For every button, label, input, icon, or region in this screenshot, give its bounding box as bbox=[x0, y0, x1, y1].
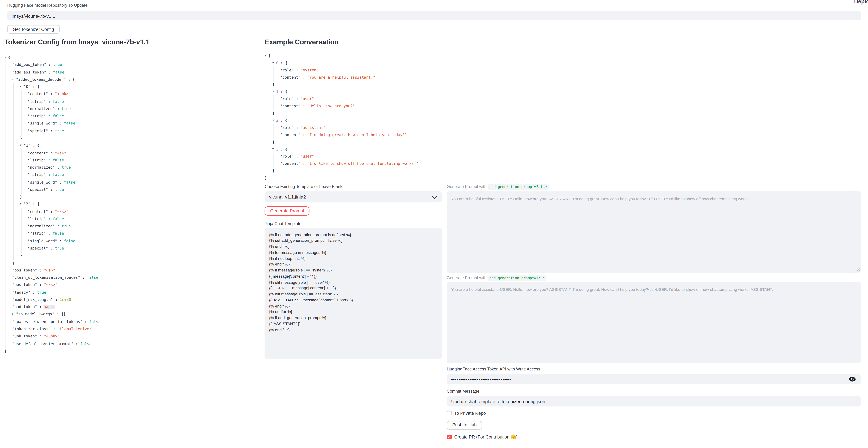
tree-token: "role" bbox=[280, 68, 294, 72]
tree-token: "rstrip" bbox=[28, 173, 46, 177]
tree-row: "content" : "I'd like to show off how ch… bbox=[280, 161, 418, 168]
tree-token: "user" bbox=[301, 154, 314, 159]
tree-token: "unk_token" bbox=[12, 334, 37, 339]
deploy-link[interactable]: Deploy bbox=[854, 0, 868, 4]
jinja-template-label: Jinja Chat Template bbox=[265, 221, 302, 226]
tree-token: : bbox=[82, 319, 89, 324]
eye-icon[interactable] bbox=[849, 376, 856, 381]
template-select[interactable]: vicuna_v1.1.jinja2 bbox=[265, 191, 442, 202]
tree-guide bbox=[5, 61, 6, 348]
resize-handle[interactable] bbox=[856, 359, 860, 363]
get-tokenizer-config-button[interactable]: Get Tokenizer Config bbox=[7, 25, 60, 34]
tree-row: "normalized" : true bbox=[28, 106, 71, 113]
tree-token: false bbox=[64, 180, 75, 184]
expander-open-icon[interactable]: ▼ bbox=[12, 77, 14, 82]
tree-token: { bbox=[8, 56, 10, 60]
tree-token: : bbox=[66, 77, 73, 82]
tree-token: "lstrip" bbox=[28, 99, 46, 104]
tree-token: : bbox=[46, 158, 53, 163]
tree-guide bbox=[273, 66, 274, 82]
tree-token: true bbox=[55, 246, 64, 250]
repo-input-value: lmsys/vicuna-7b-v1.1 bbox=[7, 11, 861, 21]
check-icon: ✓ bbox=[447, 435, 451, 439]
tree-token: "role" bbox=[280, 97, 294, 101]
tree-token: : bbox=[48, 246, 55, 250]
repo-label: Hugging Face Model Repository To Update bbox=[7, 2, 88, 7]
private-repo-checkbox[interactable] bbox=[447, 411, 452, 415]
expander-open-icon[interactable]: ▼ bbox=[273, 118, 274, 123]
tree-token: : bbox=[37, 283, 44, 287]
tokenizer-config-tree: ▼{"add_bos_token" : true"add_eos_token" … bbox=[0, 55, 260, 356]
tree-token: : bbox=[30, 290, 37, 295]
tree-token: "add_bos_token" bbox=[12, 63, 46, 67]
expander-open-icon[interactable]: ▼ bbox=[4, 55, 6, 60]
tree-token: } bbox=[20, 253, 22, 258]
private-repo-row: To Private Repo bbox=[447, 411, 486, 415]
tree-token: false bbox=[64, 121, 75, 126]
tree-token: { bbox=[285, 118, 287, 123]
tree-row: "tokenizer_class" : "LlamaTokenizer" bbox=[12, 326, 94, 334]
expander-collapsed-icon[interactable]: ▶ bbox=[12, 312, 14, 317]
tree-token: true bbox=[62, 224, 71, 229]
tree-token: "rstrip" bbox=[28, 231, 46, 236]
tree-token: "</s>" bbox=[44, 283, 57, 287]
choose-template-label: Choose Existing Template or Leave Blank. bbox=[265, 184, 344, 189]
push-to-hub-button[interactable]: Push to Hub bbox=[447, 421, 482, 430]
true-code-chip: add_generation_prompt=True bbox=[488, 275, 547, 281]
commit-message-input[interactable]: Update chat template to tokenizer_config… bbox=[447, 396, 861, 406]
access-token-input[interactable]: ••••••••••••••••••••••••••••••••• bbox=[447, 374, 861, 384]
tree-row: "rstrip" : false bbox=[28, 231, 64, 238]
tree-row: "eos_token" : "</s>" bbox=[12, 282, 57, 289]
tree-token: "content" bbox=[28, 209, 48, 214]
tree-token: : bbox=[48, 209, 55, 214]
repo-input[interactable]: lmsys/vicuna-7b-v1.1 bbox=[7, 11, 861, 20]
tree-row: "special" : true bbox=[28, 187, 64, 194]
tree-token: : bbox=[55, 224, 62, 229]
tree-row: ] bbox=[265, 175, 267, 182]
tree-token: { bbox=[37, 84, 40, 89]
expander-open-icon[interactable]: ▼ bbox=[20, 143, 22, 148]
jinja-template-textarea[interactable]: {% if not add_generation_prompt is defin… bbox=[265, 228, 442, 358]
create-pr-checkbox[interactable]: ✓ bbox=[447, 435, 452, 439]
tree-row: "model_max_length" : 1e+30 bbox=[12, 297, 71, 304]
tree-row: ▼1 : { bbox=[273, 89, 287, 96]
generated-prompt-true-textarea: You are a helpful assistant. USER: Hello… bbox=[447, 282, 861, 363]
tree-token: "Hello, how are you?" bbox=[307, 104, 355, 108]
tree-token: : bbox=[46, 70, 53, 74]
tree-row: "bos_token" : "<s>" bbox=[12, 268, 55, 275]
tree-token: 3 bbox=[276, 147, 278, 151]
create-pr-row: ✓ Create PR (For Contribution 🤗) bbox=[447, 435, 518, 439]
resize-handle[interactable] bbox=[856, 268, 860, 272]
tree-token: : bbox=[301, 162, 307, 166]
expander-open-icon[interactable]: ▼ bbox=[273, 147, 274, 152]
tree-guide bbox=[13, 83, 14, 260]
tree-row: "lstrip" : false bbox=[28, 99, 64, 106]
tree-token: false bbox=[53, 114, 64, 118]
tree-token: : bbox=[53, 298, 60, 302]
expander-open-icon[interactable]: ▼ bbox=[265, 53, 266, 59]
tree-row: "lstrip" : false bbox=[28, 216, 64, 223]
tree-token: "normalized" bbox=[28, 166, 55, 170]
generate-prompt-button[interactable]: Generate Prompt bbox=[265, 206, 310, 215]
tree-token: "single_word" bbox=[28, 180, 57, 184]
tree-token: : bbox=[48, 151, 55, 155]
tree-token: : bbox=[46, 217, 53, 221]
tree-token: { bbox=[72, 77, 75, 82]
tree-row: } bbox=[273, 82, 275, 89]
tree-row: "rstrip" : false bbox=[28, 113, 64, 120]
expander-open-icon[interactable]: ▼ bbox=[20, 84, 22, 90]
tree-token: "</s>" bbox=[55, 209, 68, 214]
tree-token: : bbox=[48, 129, 55, 133]
expander-open-icon[interactable]: ▼ bbox=[273, 89, 274, 95]
tree-guide bbox=[21, 90, 22, 136]
tree-row: "clean_up_tokenization_spaces" : false bbox=[12, 275, 98, 282]
expander-open-icon[interactable]: ▼ bbox=[20, 202, 22, 207]
resize-handle[interactable] bbox=[437, 354, 441, 358]
tree-token: "rstrip" bbox=[28, 114, 46, 118]
tree-token: "assistant" bbox=[301, 126, 326, 130]
expander-open-icon[interactable]: ▼ bbox=[273, 60, 274, 66]
tree-row: "content" : "Hello, how are you?" bbox=[280, 103, 355, 111]
tree-token: } bbox=[20, 195, 22, 199]
tree-row: "role" : "user" bbox=[280, 154, 314, 161]
tree-token: } bbox=[12, 261, 14, 265]
